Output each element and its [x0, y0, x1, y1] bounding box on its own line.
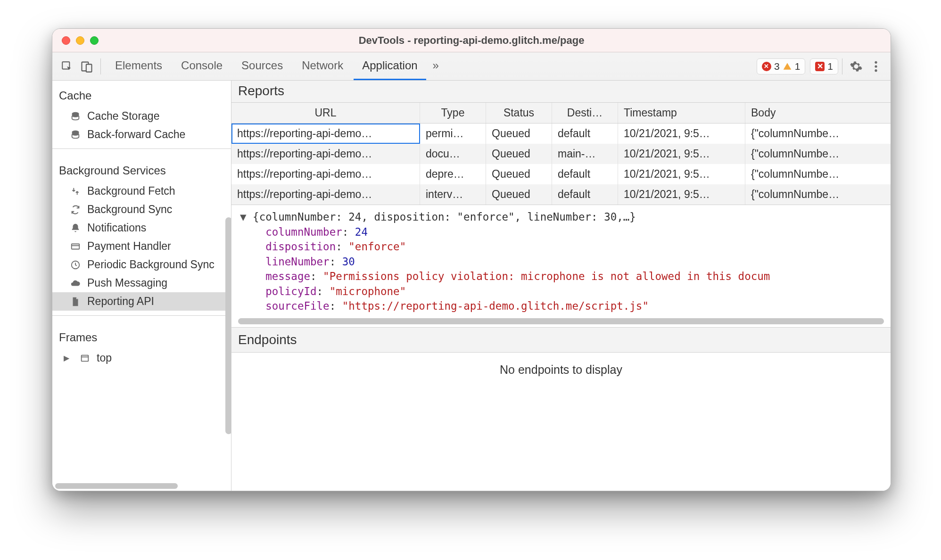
detail-row: message: "Permissions policy violation: …: [240, 269, 882, 284]
clock-icon: [69, 259, 82, 271]
error-icon: ✕: [762, 62, 771, 71]
detail-value: "https://reporting-api-demo.glitch.me/sc…: [342, 300, 649, 312]
svg-point-5: [875, 69, 877, 72]
sidebar-hscroll[interactable]: [55, 483, 178, 489]
sidebar-item-label: Payment Handler: [87, 240, 171, 253]
sidebar-item-background-fetch[interactable]: Background Fetch: [52, 182, 231, 200]
table-cell: https://reporting-api-demo…: [231, 164, 420, 184]
sidebar-item-frame-top[interactable]: ▶ top: [52, 349, 231, 367]
sidebar-item-label: Back-forward Cache: [87, 128, 185, 141]
document-icon: [69, 296, 82, 308]
reports-table-row[interactable]: https://reporting-api-demo…permi…Queuedd…: [231, 124, 891, 144]
sidebar-item-label: top: [97, 352, 112, 364]
credit-card-icon: [69, 240, 82, 253]
console-errors-badge[interactable]: ✕ 3 1: [757, 58, 805, 74]
detail-value: "enforce": [348, 240, 406, 253]
table-cell: permi…: [420, 124, 486, 144]
table-cell: https://reporting-api-demo…: [231, 184, 420, 205]
minimize-window-button[interactable]: [76, 36, 84, 45]
inspect-element-icon[interactable]: [57, 57, 77, 76]
warning-icon: [783, 62, 792, 71]
table-cell: default: [552, 124, 618, 144]
tab-elements[interactable]: Elements: [107, 52, 171, 80]
col-type[interactable]: Type: [420, 103, 486, 123]
sidebar-section-frames[interactable]: Frames: [52, 321, 231, 349]
detail-hscroll[interactable]: [238, 318, 884, 324]
title-bar: DevTools - reporting-api-demo.glitch.me/…: [52, 29, 891, 52]
sidebar-item-payment-handler[interactable]: Payment Handler: [52, 237, 231, 255]
col-body[interactable]: Body: [745, 103, 891, 123]
reports-table-row[interactable]: https://reporting-api-demo…interv…Queued…: [231, 184, 891, 205]
more-options-button[interactable]: [866, 57, 886, 76]
svg-rect-10: [82, 355, 89, 361]
table-cell: {"columnNumbe…: [745, 164, 891, 184]
cloud-icon: [69, 277, 82, 289]
detail-value: "Permissions policy violation: microphon…: [323, 270, 770, 282]
endpoints-heading: Endpoints: [231, 327, 891, 353]
table-cell: {"columnNumbe…: [745, 144, 891, 164]
sidebar-divider-2: [52, 315, 231, 316]
more-tabs-button[interactable]: »: [428, 52, 444, 80]
sidebar-item-label: Periodic Background Sync: [87, 258, 215, 271]
table-cell: 10/21/2021, 9:5…: [618, 164, 745, 184]
issues-badge[interactable]: ✕ 1: [810, 58, 838, 74]
reports-heading: Reports: [231, 81, 891, 103]
sidebar-item-label: Background Fetch: [87, 185, 175, 198]
reports-table-row[interactable]: https://reporting-api-demo…depre…Queuedd…: [231, 164, 891, 184]
col-timestamp[interactable]: Timestamp: [618, 103, 745, 123]
settings-button[interactable]: [846, 57, 866, 76]
col-url[interactable]: URL: [231, 103, 420, 123]
sidebar-item-label: Background Sync: [87, 203, 172, 216]
sidebar-item-background-sync[interactable]: Background Sync: [52, 200, 231, 219]
table-cell: Queued: [486, 184, 552, 205]
frame-icon: [79, 352, 91, 364]
tab-console[interactable]: Console: [173, 52, 231, 80]
issue-count: 1: [827, 61, 833, 72]
database-icon: [69, 110, 82, 123]
endpoints-empty-message: No endpoints to display: [231, 353, 891, 387]
table-cell: main-…: [552, 144, 618, 164]
sync-icon: [69, 204, 82, 216]
tab-network[interactable]: Network: [293, 52, 352, 80]
table-cell: depre…: [420, 164, 486, 184]
table-cell: 10/21/2021, 9:5…: [618, 144, 745, 164]
sidebar-item-push-messaging[interactable]: Push Messaging: [52, 274, 231, 292]
detail-row: sourceFile: "https://reporting-api-demo.…: [240, 299, 882, 314]
issue-icon: ✕: [815, 62, 825, 71]
detail-row: policyId: "microphone": [240, 284, 882, 299]
table-cell: {"columnNumbe…: [745, 124, 891, 144]
sidebar-item-label: Cache Storage: [87, 110, 159, 123]
sidebar-item-reporting-api[interactable]: Reporting API: [52, 292, 231, 311]
sidebar-section-bg[interactable]: Background Services: [52, 154, 231, 182]
sidebar-item-bfcache[interactable]: Back-forward Cache: [52, 125, 231, 144]
table-cell: https://reporting-api-demo…: [231, 144, 420, 164]
table-cell: https://reporting-api-demo…: [231, 124, 420, 144]
close-window-button[interactable]: [62, 36, 70, 45]
detail-value: 24: [355, 226, 368, 238]
device-toolbar-icon[interactable]: [77, 57, 97, 76]
disclosure-triangle-icon[interactable]: ▶: [64, 354, 69, 362]
table-cell: Queued: [486, 164, 552, 184]
sidebar-item-notifications[interactable]: Notifications: [52, 219, 231, 237]
detail-row: columnNumber: 24: [240, 225, 882, 240]
maximize-window-button[interactable]: [90, 36, 99, 45]
detail-summary-row[interactable]: ▼ {columnNumber: 24, disposition: "enfor…: [240, 210, 882, 225]
table-cell: {"columnNumbe…: [745, 184, 891, 205]
sidebar-vscroll[interactable]: [225, 217, 231, 434]
main-panel: Reports URL Type Status Desti… Timestamp…: [231, 81, 891, 491]
sidebar-item-cache-storage[interactable]: Cache Storage: [52, 107, 231, 125]
sidebar-section-cache[interactable]: Cache: [52, 81, 231, 107]
report-detail-panel: ▼ {columnNumber: 24, disposition: "enfor…: [231, 205, 891, 327]
col-status[interactable]: Status: [486, 103, 552, 123]
reports-table-row[interactable]: https://reporting-api-demo…docu…Queuedma…: [231, 144, 891, 164]
col-destination[interactable]: Desti…: [552, 103, 618, 123]
sidebar-item-periodic-sync[interactable]: Periodic Background Sync: [52, 255, 231, 274]
window-controls: [62, 36, 99, 45]
detail-key: policyId: [265, 285, 316, 297]
sidebar-item-label: Push Messaging: [87, 277, 167, 289]
tab-application[interactable]: Application: [354, 52, 426, 80]
database-icon: [69, 129, 82, 141]
svg-point-4: [875, 65, 877, 67]
tab-sources[interactable]: Sources: [233, 52, 291, 80]
svg-rect-8: [72, 244, 80, 249]
